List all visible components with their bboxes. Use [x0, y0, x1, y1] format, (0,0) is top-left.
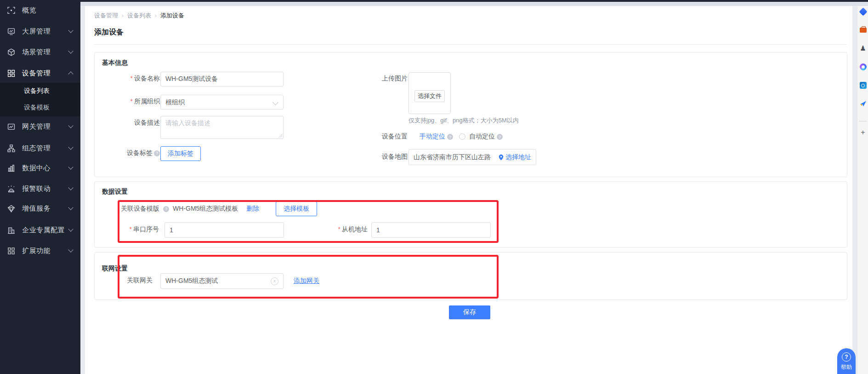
chevron-down-icon [68, 28, 73, 33]
location-label: 设备位置 [363, 132, 408, 141]
sidebar-submenu-device: 设备列表 设备模板 [0, 83, 80, 116]
chevron-down-icon [68, 48, 73, 53]
bar-chart-icon [7, 164, 15, 172]
manual-location-option[interactable]: 手动定位 [420, 132, 445, 141]
sidebar-item-gateway-mgmt[interactable]: 网关管理 [0, 116, 80, 137]
sidebar-item-overview[interactable]: 概览 [0, 0, 80, 20]
gateway-input[interactable]: WH-GM5组态测试 × [160, 273, 284, 289]
org-label: *所属组织 [108, 98, 160, 106]
alarm-icon [7, 184, 15, 193]
chevron-down-icon [68, 247, 73, 252]
choose-file-button[interactable]: 选择文件 [414, 90, 445, 102]
breadcrumb-separator: › [155, 12, 157, 19]
auto-location-radio[interactable] [459, 133, 465, 140]
sidebar-item-alarm-linkage[interactable]: 报警联动 [0, 178, 80, 199]
map-address-input[interactable]: 山东省济南市历下区山左路 选择地址 [408, 149, 536, 165]
sidebar-subitem-label: 设备列表 [24, 87, 50, 95]
sidebar-item-data-center[interactable]: 数据中心 [0, 158, 80, 178]
auto-location-option[interactable]: 自动定位 [469, 132, 495, 141]
required-marker: * [130, 75, 133, 82]
help-widget[interactable]: ? 帮助 [837, 348, 856, 374]
desc-textarea[interactable] [160, 116, 284, 139]
gem-icon [7, 204, 15, 213]
add-tag-button[interactable]: 添加标签 [160, 146, 201, 161]
sidebar-item-enterprise-config[interactable]: 企业专属配置 [0, 220, 80, 240]
clear-icon[interactable]: × [271, 277, 278, 285]
serial-input[interactable] [165, 222, 284, 238]
configuration-icon [7, 144, 15, 152]
network-settings-card: 联网设置 关联网关 WH-GM5组态测试 × 添加网关 [94, 252, 847, 300]
delete-template-link[interactable]: 删除 [246, 205, 259, 213]
sidebar-item-extensions[interactable]: 扩展功能 [0, 241, 80, 261]
send-plane-icon[interactable] [859, 99, 867, 108]
chevron-down-icon [68, 226, 73, 231]
building-icon [7, 226, 15, 234]
breadcrumb-device-list[interactable]: 设备列表 [127, 12, 151, 20]
sidebar-item-config-mgmt[interactable]: 组态管理 [0, 138, 80, 158]
chevron-down-icon [272, 99, 278, 105]
title-divider [94, 44, 846, 45]
section-title-network: 联网设置 [102, 265, 128, 273]
toolbox-icon[interactable] [859, 26, 867, 34]
sidebar-item-device-mgmt[interactable]: 设备管理 [0, 63, 80, 83]
outlook-icon[interactable] [859, 81, 867, 89]
upload-hint: 仅支持jpg、gif、png格式；大小为5M以内 [408, 116, 519, 125]
sidebar-item-value-services[interactable]: 增值服务 [0, 198, 80, 219]
sidebar-item-scene-mgmt[interactable]: 场景管理 [0, 42, 80, 62]
chevron-down-icon [68, 185, 73, 190]
data-settings-card: 数据设置 关联设备模版 ? WH-GM5组态测试模板 删除 选择模板 *串口序号… [94, 181, 847, 247]
org-select[interactable]: 根组织 [160, 95, 284, 109]
sidebar-item-device-list[interactable]: 设备列表 [0, 83, 80, 99]
breadcrumb: 设备管理 › 设备列表 › 添加设备 [94, 11, 184, 20]
chevron-down-icon [68, 123, 73, 128]
browser-sidebar-strip: ♟ + [857, 6, 868, 374]
upload-dropzone[interactable]: 选择文件 [408, 72, 451, 114]
help-question-icon[interactable]: ? [447, 134, 453, 140]
sidebar-item-label: 报警联动 [22, 184, 51, 193]
section-title-basic: 基本信息 [102, 59, 128, 67]
gateway-icon [7, 122, 15, 131]
required-marker: * [130, 98, 133, 105]
chevron-down-icon [68, 144, 73, 150]
question-circle-icon: ? [842, 352, 851, 362]
template-value: WH-GM5组态测试模板 [173, 205, 238, 213]
upload-label: 上传图片 [363, 75, 408, 83]
choose-template-button[interactable]: 选择模板 [276, 201, 317, 216]
sidebar-item-screen-mgmt[interactable]: 大屏管理 [0, 21, 80, 41]
save-button[interactable]: 保存 [449, 305, 490, 319]
copilot-icon[interactable] [859, 63, 867, 71]
sidebar-item-label: 增值服务 [22, 204, 51, 213]
choose-address-link[interactable]: 选择地址 [505, 150, 531, 165]
games-pawn-icon[interactable]: ♟ [859, 44, 867, 52]
template-label: 关联设备模版 [121, 205, 159, 213]
sidebar-item-label: 设备管理 [22, 69, 51, 78]
device-name-input[interactable] [160, 72, 284, 86]
breadcrumb-device-mgmt[interactable]: 设备管理 [94, 12, 118, 20]
help-question-icon[interactable]: ? [163, 206, 169, 212]
page-title: 添加设备 [94, 28, 124, 37]
scene-icon [7, 48, 15, 56]
help-question-icon[interactable]: ? [154, 150, 160, 156]
overview-icon [7, 6, 15, 14]
template-row: 关联设备模版 ? WH-GM5组态测试模板 删除 选择模板 [121, 201, 317, 216]
breadcrumb-current: 添加设备 [160, 12, 184, 20]
add-sidebar-app-icon[interactable]: + [859, 128, 867, 137]
add-gateway-link[interactable]: 添加网关 [294, 277, 319, 285]
map-label: 设备地图 [363, 153, 408, 161]
drop-app-icon[interactable] [859, 7, 867, 16]
help-question-icon[interactable]: ? [497, 134, 503, 140]
breadcrumb-separator: › [122, 12, 124, 19]
section-title-data: 数据设置 [102, 188, 128, 196]
sidebar-item-device-template[interactable]: 设备模板 [0, 99, 80, 116]
required-marker: * [338, 225, 340, 233]
screen-icon [7, 27, 15, 35]
basic-info-card: 基本信息 *设备名称 *所属组织 根组织 设备描述 设备标签? 添加标签 上传图… [94, 52, 847, 177]
sidebar-item-label: 网关管理 [22, 122, 51, 131]
screen: 概览 大屏管理 场景管理 设备管理 设备列表 设备模板 [0, 0, 868, 374]
map-address-value: 山东省济南市历下区山左路 [414, 150, 499, 165]
sidebar-item-label: 组态管理 [22, 144, 51, 153]
chevron-down-icon [68, 164, 73, 169]
slave-label: *从机地址 [322, 225, 368, 234]
slave-input[interactable] [371, 222, 491, 238]
location-pin-icon [499, 154, 504, 161]
